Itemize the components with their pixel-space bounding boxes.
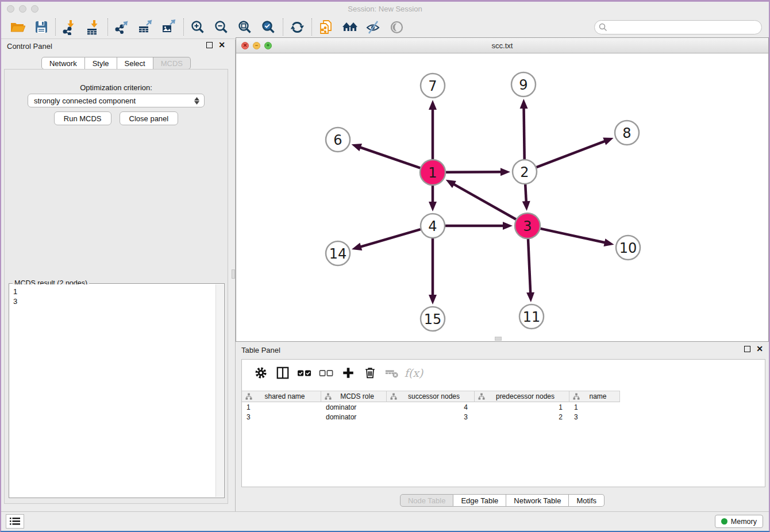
float-panel-icon[interactable] bbox=[206, 42, 213, 48]
add-column-icon bbox=[341, 366, 355, 380]
task-history-button[interactable] bbox=[6, 514, 24, 529]
edge-1-6[interactable] bbox=[360, 147, 420, 168]
application-window: Session: New Session bbox=[0, 0, 770, 532]
arrowhead-icon bbox=[603, 238, 614, 246]
export-table-icon bbox=[138, 20, 153, 35]
toolbar-separator bbox=[311, 18, 312, 36]
edge-2-3[interactable] bbox=[525, 184, 526, 202]
zoom-in-button[interactable] bbox=[186, 17, 210, 37]
zoom-selected-button[interactable] bbox=[257, 17, 280, 37]
tab-edge-table[interactable]: Edge Table bbox=[453, 494, 506, 507]
table-cell[interactable]: 3 bbox=[242, 412, 321, 422]
close-panel-button[interactable]: Close panel bbox=[120, 111, 179, 125]
table-cell[interactable]: 1 bbox=[569, 402, 620, 412]
export-network-button[interactable] bbox=[110, 17, 134, 37]
table-cell[interactable]: 3 bbox=[569, 412, 620, 422]
panel-divider[interactable] bbox=[231, 40, 236, 511]
gear-button[interactable] bbox=[250, 363, 272, 383]
attribute-icon bbox=[478, 393, 485, 400]
mcds-panel: Optimization criterion: strongly connect… bbox=[4, 69, 228, 504]
edge-4-14[interactable] bbox=[360, 229, 420, 247]
export-image-icon bbox=[161, 20, 177, 35]
arrowhead-icon bbox=[520, 99, 528, 109]
edge-3-10[interactable] bbox=[540, 229, 605, 243]
node-label: 6 bbox=[333, 132, 342, 148]
tab-motifs[interactable]: Motifs bbox=[569, 494, 605, 507]
add-column-button[interactable] bbox=[337, 363, 359, 383]
home-button[interactable] bbox=[338, 17, 361, 37]
network-graph[interactable]: 7968124314101511 bbox=[236, 53, 768, 341]
refresh-icon bbox=[290, 20, 305, 35]
node-label: 7 bbox=[428, 78, 437, 94]
edge-3-11[interactable] bbox=[528, 239, 530, 294]
toolbar-separator bbox=[107, 18, 108, 36]
deselect-all-button[interactable] bbox=[315, 363, 337, 383]
delete-table-icon bbox=[384, 366, 400, 380]
status-bar: Memory bbox=[1, 511, 769, 531]
table-cell[interactable]: 2 bbox=[475, 412, 569, 422]
node-label: 10 bbox=[619, 240, 637, 256]
table-header-row: shared nameMCDS rolesuccessor nodesprede… bbox=[242, 391, 765, 402]
tab-style[interactable]: Style bbox=[85, 57, 117, 70]
close-panel-icon[interactable]: ✕ bbox=[756, 346, 763, 352]
hide-graphics-button[interactable] bbox=[361, 17, 385, 37]
arrowhead-icon bbox=[526, 292, 534, 302]
close-panel-icon[interactable]: ✕ bbox=[218, 42, 225, 48]
split-panel-button[interactable] bbox=[272, 363, 294, 383]
function-builder-button[interactable]: f(x) bbox=[403, 363, 425, 383]
criterion-dropdown[interactable]: strongly connected component bbox=[28, 94, 205, 107]
split-handle-icon[interactable] bbox=[495, 337, 502, 341]
clone-network-button[interactable] bbox=[314, 17, 338, 37]
search-input[interactable] bbox=[594, 20, 762, 34]
open-session-button[interactable] bbox=[6, 17, 29, 37]
edge-1-2[interactable] bbox=[446, 172, 502, 172]
network-canvas[interactable]: 7968124314101511 bbox=[236, 53, 768, 341]
delete-table-button[interactable] bbox=[381, 363, 403, 383]
arrowhead-icon bbox=[603, 137, 613, 145]
zoom-fit-button[interactable] bbox=[233, 17, 257, 37]
save-session-button[interactable] bbox=[29, 17, 53, 37]
tab-mcds[interactable]: MCDS bbox=[153, 57, 191, 70]
edge-2-9[interactable] bbox=[524, 107, 525, 159]
run-mcds-button[interactable]: Run MCDS bbox=[54, 111, 111, 125]
table-cell[interactable]: dominator bbox=[321, 402, 387, 412]
birdseye-button[interactable] bbox=[385, 17, 409, 37]
import-table-button[interactable] bbox=[82, 17, 105, 37]
result-scrollbar[interactable] bbox=[215, 284, 224, 497]
network-view-window: ✕ − + scc.txt 7968124314101511 bbox=[236, 37, 769, 342]
edge-3-1[interactable] bbox=[453, 184, 516, 219]
export-table-button[interactable] bbox=[134, 17, 157, 37]
refresh-button[interactable] bbox=[286, 17, 309, 37]
table-cell[interactable]: 1 bbox=[242, 402, 321, 412]
tab-network-table[interactable]: Network Table bbox=[506, 494, 569, 507]
tab-node-table[interactable]: Node Table bbox=[400, 494, 454, 507]
column-header-shared-name[interactable]: shared name bbox=[242, 391, 321, 402]
network-window-titlebar[interactable]: ✕ − + scc.txt bbox=[236, 38, 768, 53]
table-row[interactable]: 1dominator411 bbox=[242, 402, 765, 412]
select-all-button[interactable] bbox=[294, 363, 315, 383]
main-toolbar bbox=[1, 17, 769, 39]
column-header-successor-nodes[interactable]: successor nodes bbox=[387, 391, 475, 402]
import-network-button[interactable] bbox=[58, 17, 82, 37]
export-image-button[interactable] bbox=[157, 17, 181, 37]
delete-column-button[interactable] bbox=[359, 363, 381, 383]
zoom-out-button[interactable] bbox=[210, 17, 233, 37]
edge-2-8[interactable] bbox=[537, 141, 606, 167]
table-toolbar: f(x) bbox=[242, 360, 765, 386]
column-header-predecessor-nodes[interactable]: predecessor nodes bbox=[475, 391, 569, 402]
arrowhead-icon bbox=[352, 144, 362, 151]
column-header-mcds-role[interactable]: MCDS role bbox=[321, 391, 387, 402]
table-cell[interactable]: 3 bbox=[387, 412, 475, 422]
float-panel-icon[interactable] bbox=[744, 346, 750, 352]
memory-button[interactable]: Memory bbox=[715, 515, 763, 528]
table-cell[interactable]: dominator bbox=[321, 412, 387, 422]
mcds-result-text[interactable]: 1 3 bbox=[10, 284, 215, 497]
table-row[interactable]: 3dominator323 bbox=[242, 412, 765, 422]
tab-select[interactable]: Select bbox=[117, 57, 153, 70]
table-cell[interactable]: 1 bbox=[475, 402, 569, 412]
arrowhead-icon bbox=[352, 243, 362, 250]
divider-handle-icon[interactable] bbox=[232, 269, 235, 279]
table-cell[interactable]: 4 bbox=[387, 402, 475, 412]
column-header-name[interactable]: name bbox=[569, 391, 620, 402]
tab-network[interactable]: Network bbox=[41, 57, 85, 70]
